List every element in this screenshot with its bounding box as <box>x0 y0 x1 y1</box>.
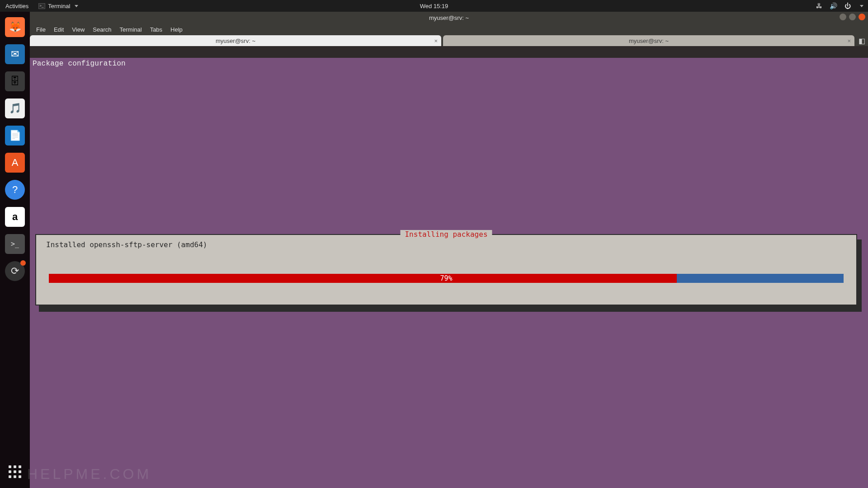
dialog-title: Installing packages <box>400 230 492 239</box>
network-icon[interactable] <box>816 2 822 9</box>
menu-view[interactable]: View <box>68 25 88 34</box>
watermark: HELPME.COM <box>27 466 151 483</box>
update-icon: ⟳ <box>11 265 19 277</box>
tab-label: myuser@srv: ~ <box>629 38 669 44</box>
new-tab-button[interactable]: ◧ <box>857 36 866 45</box>
window-title: myuser@srv: ~ <box>429 14 469 21</box>
progress-bar: 79% <box>49 274 844 283</box>
document-icon: 📄 <box>9 130 21 141</box>
minimize-button[interactable] <box>840 14 846 20</box>
chevron-down-icon <box>75 5 78 7</box>
maximize-button[interactable] <box>849 14 856 20</box>
menu-terminal[interactable]: Terminal <box>116 25 146 34</box>
shop-icon: A <box>12 157 19 169</box>
clock-label[interactable]: Wed 15:19 <box>420 3 448 9</box>
chevron-down-icon[interactable] <box>860 5 863 7</box>
progress-fill <box>49 274 677 283</box>
package-config-label: Package configuration <box>33 60 126 68</box>
progress-percent: 79% <box>440 274 452 283</box>
terminal-viewport[interactable]: Package configuration Installing package… <box>30 58 868 488</box>
tab-1[interactable]: myuser@srv: ~ × <box>30 35 441 46</box>
menu-edit[interactable]: Edit <box>50 25 67 34</box>
dock-help[interactable]: ? <box>5 180 25 200</box>
dock-files[interactable]: 🗄 <box>5 71 25 91</box>
menu-tabs[interactable]: Tabs <box>146 25 166 34</box>
close-button[interactable] <box>859 14 865 20</box>
terminal-window: myuser@srv: ~ File Edit View Search Term… <box>30 12 868 488</box>
activities-button[interactable]: Activities <box>0 3 34 9</box>
terminal-icon <box>38 3 45 9</box>
close-icon[interactable]: × <box>847 38 851 44</box>
menu-help[interactable]: Help <box>167 25 186 34</box>
dock: 🦊 ✉ 🗄 🎵 📄 A ? a >_ ⟳ <box>0 12 30 488</box>
volume-icon[interactable] <box>830 2 837 9</box>
gnome-top-bar: Activities Terminal Wed 15:19 <box>0 0 868 12</box>
show-applications-button[interactable] <box>5 462 25 482</box>
dock-firefox[interactable]: 🦊 <box>5 17 25 37</box>
tab-label: myuser@srv: ~ <box>216 38 255 44</box>
close-icon[interactable]: × <box>434 38 438 44</box>
dock-updater[interactable]: ⟳ <box>5 261 25 281</box>
status-area[interactable] <box>816 2 863 9</box>
plus-icon: ◧ <box>859 37 865 45</box>
app-menu-label: Terminal <box>48 3 70 9</box>
power-icon[interactable] <box>844 2 851 9</box>
dock-terminal[interactable]: >_ <box>5 234 25 254</box>
help-icon: ? <box>12 184 18 196</box>
window-titlebar[interactable]: myuser@srv: ~ <box>30 12 868 23</box>
menu-search[interactable]: Search <box>89 25 115 34</box>
mail-icon: ✉ <box>11 48 19 60</box>
dock-amazon[interactable]: a <box>5 207 25 227</box>
terminal-icon: >_ <box>11 240 19 248</box>
dock-software[interactable]: A <box>5 153 25 173</box>
amazon-icon: a <box>12 211 18 223</box>
menu-bar: File Edit View Search Terminal Tabs Help <box>30 23 868 35</box>
tab-2[interactable]: myuser@srv: ~ × <box>443 35 854 46</box>
tab-bar: myuser@srv: ~ × myuser@srv: ~ × ◧ <box>30 35 868 46</box>
dock-thunderbird[interactable]: ✉ <box>5 44 25 64</box>
firefox-icon: 🦊 <box>9 21 21 33</box>
music-icon: 🎵 <box>9 103 21 114</box>
dock-rhythmbox[interactable]: 🎵 <box>5 99 25 118</box>
install-dialog: Installing packages Installed openssh-sf… <box>35 234 857 305</box>
app-menu-button[interactable]: Terminal <box>34 3 83 9</box>
files-icon: 🗄 <box>10 75 20 87</box>
dialog-message: Installed openssh-sftp-server (amd64) <box>46 240 207 249</box>
dock-writer[interactable]: 📄 <box>5 126 25 145</box>
menu-file[interactable]: File <box>33 25 49 34</box>
